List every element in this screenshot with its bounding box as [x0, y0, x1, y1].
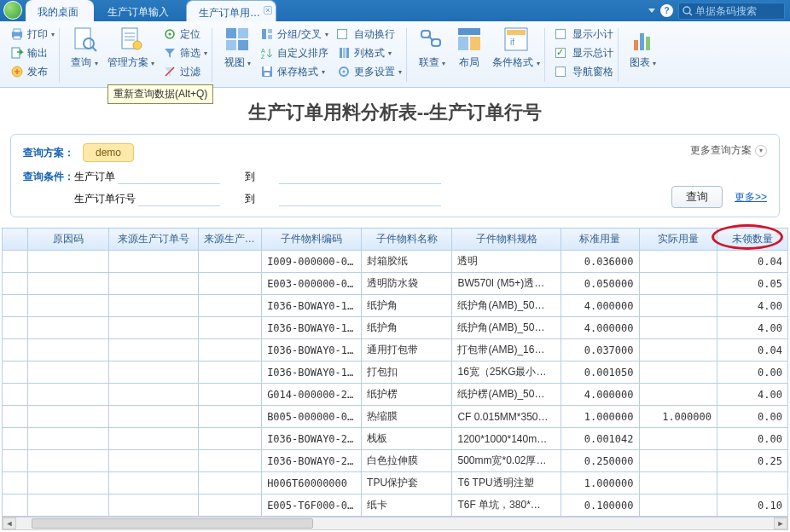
search-input[interactable]	[695, 5, 781, 17]
table-row[interactable]: E003-000000-014透明防水袋BW570I (M5+)透…0.0500…	[3, 273, 788, 295]
table-row[interactable]: I036-BOWAY0-143通用打包带打包带(AMB)_16…0.037000…	[3, 339, 788, 361]
scrollbar-thumb[interactable]	[32, 518, 313, 529]
table-row[interactable]: E005-T6F000-001纸卡T6F 单坑，380*…0.1000000.1…	[3, 494, 788, 517]
tab-active-report[interactable]: 生产订单用… ×	[186, 0, 276, 21]
layout-icon	[455, 25, 484, 54]
horizontal-scrollbar[interactable]: ◄ ►	[2, 517, 788, 530]
cell-spec: CF 0.015MM*350…	[452, 406, 561, 428]
column-format-button[interactable]: 列格式▾	[337, 43, 402, 62]
filter-clear-button[interactable]: 过滤	[163, 62, 207, 81]
col-src-order[interactable]: 来源生产订单号	[109, 228, 198, 251]
svg-text:if: if	[510, 38, 514, 47]
cell-code: I036-BOWAY0-149	[262, 361, 362, 384]
scheme-pill[interactable]: demo	[83, 143, 134, 162]
scroll-left-arrow[interactable]: ◄	[3, 518, 16, 529]
table-row[interactable]: I036-BOWAY0-228栈板1200*1000*140m…0.001042…	[3, 428, 788, 450]
cell-act	[639, 361, 717, 384]
tab-label: 我的桌面	[38, 6, 78, 18]
query-button[interactable]: 查询 ▾	[70, 25, 99, 87]
table-row[interactable]: G014-000000-221纸护楞纸护楞(AMB)_50…4.0000004.…	[3, 384, 788, 406]
nav-pane-toggle[interactable]: 导航窗格	[555, 62, 613, 81]
cell-spec: 打包带(AMB)_16…	[452, 339, 561, 361]
col-src-line[interactable]: 来源生产订单行号	[198, 228, 261, 251]
more-scheme-button[interactable]: 更多查询方案 ▾	[690, 143, 767, 158]
col-std-qty[interactable]: 标准用量	[561, 228, 639, 251]
svg-rect-18	[226, 28, 236, 38]
cell-name: 封箱胶纸	[362, 251, 452, 273]
table-row[interactable]: I036-BOWAY0-141纸护角纸护角(AMB)_50…4.0000004.…	[3, 317, 788, 339]
svg-rect-21	[238, 40, 248, 50]
line-from-input[interactable]	[138, 191, 220, 206]
order-from-input[interactable]	[118, 169, 220, 184]
save-format-button[interactable]: 保存格式▾	[260, 62, 328, 81]
data-grid-wrap: 原因码 来源生产订单号 来源生产订单行号 子件物料编码 子件物料名称 子件物料规…	[2, 228, 788, 517]
table-row[interactable]: I036-BOWAY0-211白色拉伸膜500mm宽*0.02厚…0.25000…	[3, 450, 788, 472]
col-item-code[interactable]: 子件物料编码	[262, 228, 362, 251]
print-button[interactable]: 打印▾	[10, 25, 55, 43]
col-selector[interactable]	[3, 228, 28, 251]
group-icon	[260, 27, 274, 41]
link-icon	[417, 25, 446, 54]
order-to-input[interactable]	[279, 169, 441, 184]
checkbox-checked-icon	[555, 48, 566, 58]
cell-code: H006T60000000	[262, 472, 362, 494]
close-icon[interactable]: ×	[264, 6, 272, 14]
svg-point-14	[133, 41, 142, 49]
scroll-right-arrow[interactable]: ►	[774, 518, 787, 529]
table-row[interactable]: H006T60000000TPU保护套T6 TPU透明注塑1.000000	[3, 472, 788, 494]
manage-scheme-button[interactable]: 管理方案 ▾	[107, 25, 154, 87]
tab-order-input[interactable]: 生产订单输入	[96, 0, 184, 21]
col-act-qty[interactable]: 实际用量	[639, 228, 717, 251]
cell-spec: 纸护楞(AMB)_50…	[452, 384, 561, 406]
view-button[interactable]: 视图 ▾	[223, 25, 252, 87]
svg-rect-44	[634, 40, 638, 50]
filter-button[interactable]: 筛选▾	[163, 43, 207, 62]
publish-button[interactable]: 发布	[10, 62, 55, 81]
cell-act	[639, 273, 717, 295]
show-subtotal-toggle[interactable]: 显示小计	[555, 25, 613, 43]
group-cross-button[interactable]: 分组/交叉▾	[260, 25, 328, 43]
svg-rect-46	[646, 37, 650, 50]
table-row[interactable]: I036-BOWAY0-140纸护角纸护角(AMB)_50…4.0000004.…	[3, 295, 788, 317]
col-item-name[interactable]: 子件物料名称	[362, 228, 452, 251]
show-total-toggle[interactable]: 显示总计	[555, 43, 613, 62]
cell-name: 透明防水袋	[362, 273, 452, 295]
cell-act	[639, 384, 717, 406]
col-item-spec[interactable]: 子件物料规格	[452, 228, 561, 251]
dropdown-icon[interactable]	[648, 9, 655, 13]
tab-desktop[interactable]: 我的桌面	[26, 0, 94, 21]
col-unissued[interactable]: 未领数量	[717, 228, 787, 251]
line-to-input[interactable]	[279, 191, 441, 206]
cell-name: 纸护楞	[362, 384, 452, 406]
table-row[interactable]: I036-BOWAY0-149打包扣16宽（25KG最小…0.0010500.0…	[3, 361, 788, 384]
export-button[interactable]: 输出	[10, 43, 55, 62]
app-menu-button[interactable]	[3, 1, 22, 20]
more-link[interactable]: 更多>>	[735, 190, 767, 205]
cell-act	[639, 428, 717, 450]
field2-label: 生产订单行号	[74, 193, 136, 205]
more-settings-button[interactable]: 更多设置▾	[337, 62, 402, 81]
link-query-button[interactable]: 联查 ▾	[417, 25, 446, 87]
cell-spec: T6 TPU透明注塑	[452, 472, 561, 494]
chart-button[interactable]: 图表 ▾	[629, 25, 658, 70]
cell-std: 0.100000	[561, 494, 639, 517]
barcode-searchbox[interactable]	[678, 3, 785, 20]
cell-unissued: 0.04	[717, 339, 787, 361]
col-reason[interactable]: 原因码	[27, 228, 109, 251]
label: 查询	[71, 56, 91, 68]
locate-button[interactable]: 定位	[163, 25, 207, 43]
cell-name: 打包扣	[362, 361, 452, 384]
autowrap-toggle[interactable]: 自动换行	[337, 25, 402, 43]
query-submit-button[interactable]: 查询	[671, 186, 723, 208]
to-label: 到	[245, 192, 279, 206]
table-row[interactable]: I009-000000-001封箱胶纸透明0.0360000.04	[3, 251, 788, 273]
layout-button[interactable]: 布局	[455, 25, 484, 87]
cell-std: 0.037000	[561, 339, 639, 361]
label: 导航窗格	[572, 65, 613, 79]
data-grid[interactable]: 原因码 来源生产订单号 来源生产订单行号 子件物料编码 子件物料名称 子件物料规…	[2, 228, 788, 517]
custom-sort-button[interactable]: AZ 自定义排序	[260, 43, 328, 62]
cond-format-button[interactable]: if 条件格式 ▾	[492, 25, 539, 87]
table-row[interactable]: B005-000000-00A热缩膜CF 0.015MM*350…1.00000…	[3, 406, 788, 428]
help-icon[interactable]: ?	[660, 4, 673, 17]
cell-unissued: 0.10	[717, 494, 787, 517]
